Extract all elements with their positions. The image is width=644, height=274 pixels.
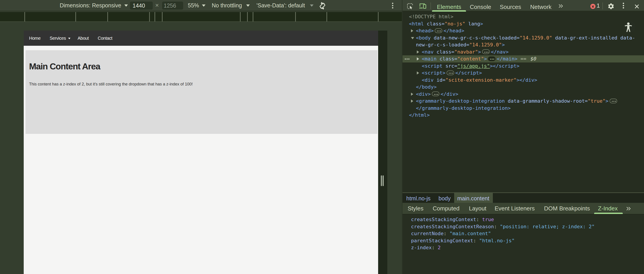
breadcrumb-main-content[interactable]: main.content [457, 193, 489, 204]
dom-tree-row[interactable]: </html> [402, 112, 644, 119]
media-query-breakpoint-divider [75, 12, 76, 21]
dom-tree-row[interactable]: <html class="no-js" lang> [402, 20, 644, 27]
dom-tree-row[interactable]: new-gr-c-s-loaded="14.1259.0"> [402, 41, 644, 48]
viewport-width-input[interactable]: 1440 [130, 1, 153, 9]
code-segment: new-gr-c-s-loaded= [416, 42, 469, 47]
expand-arrow-right-icon[interactable] [417, 57, 419, 60]
error-count[interactable]: 1 [596, 0, 600, 11]
dom-tree-row[interactable]: <div id="scite-extension-marker"></div> [402, 77, 644, 84]
code-segment: class= [440, 56, 457, 62]
code-segment: > [480, 21, 483, 26]
tab-z-index[interactable]: Z-Index [598, 203, 618, 214]
collapsed-children-ellipsis-icon[interactable] [432, 92, 440, 96]
dom-tree-row[interactable]: </body> [402, 83, 644, 91]
expand-arrow-right-icon[interactable] [411, 100, 413, 103]
code-segment: $0 [530, 56, 536, 62]
device-toolbar-more-options-icon[interactable] [392, 5, 393, 6]
viewport-height-input[interactable]: 1256 [162, 1, 183, 9]
active-sidebar-tab-underline [594, 213, 623, 214]
code-segment: </nav> [491, 49, 508, 55]
dom-tree-row[interactable]: <nav class="navbar"></nav> [402, 48, 644, 56]
code-segment: "14.1259.0" [520, 35, 552, 41]
nav-item-label: Contact [98, 36, 112, 41]
zindex-entry-key: createsStackingContext [411, 217, 476, 222]
code-segment: <!DOCTYPE html> [409, 14, 454, 19]
z-index-panel: createsStackingContext: truecreatesStack… [402, 214, 644, 274]
nav-item-about[interactable]: About [78, 30, 89, 46]
save-data-dropdown[interactable]: 'Save-Data': default [256, 0, 305, 11]
expand-arrow-right-icon[interactable] [417, 50, 419, 54]
viewport-resize-handle[interactable] [378, 30, 387, 274]
more-tabs-icon[interactable] [558, 4, 564, 8]
dimensions-dropdown[interactable]: Dimensions: Responsive [60, 0, 121, 11]
collapsed-children-ellipsis-icon[interactable] [488, 56, 496, 61]
collapsed-children-ellipsis-icon[interactable] [435, 28, 442, 33]
breadcrumb-body[interactable]: body [438, 193, 450, 204]
accessibility-person-icon[interactable] [623, 21, 636, 33]
zindex-entry-separator: : [444, 231, 450, 236]
expand-arrow-right-icon[interactable] [417, 71, 419, 75]
code-segment: > [606, 98, 608, 104]
media-query-breakpoint-divider [149, 12, 150, 21]
zindex-entry-value: true [482, 217, 494, 222]
tab-computed[interactable]: Computed [433, 203, 460, 214]
dom-tree-row[interactable]: <div></div> [402, 91, 644, 98]
error-badge-icon[interactable] [590, 4, 596, 9]
dom-tree-row-selected[interactable]: <main class="content"></main> == $0 [402, 55, 644, 62]
code-segment: == [518, 56, 529, 62]
device-toolbar-toggle-icon[interactable] [419, 3, 427, 9]
tab-layout[interactable]: Layout [469, 203, 486, 214]
tab-event-listeners[interactable]: Event Listeners [495, 203, 535, 214]
code-segment: ></script> [490, 63, 520, 69]
dom-tree-row[interactable]: <grammarly-desktop-integration data-gram… [402, 98, 644, 105]
nav-item-contact[interactable]: Contact [98, 30, 112, 46]
close-devtools-icon[interactable] [633, 3, 641, 10]
collapsed-children-ellipsis-icon[interactable] [446, 71, 454, 75]
code-segment: class= [427, 21, 444, 26]
dom-tree-row[interactable]: </grammarly-desktop-integration> [402, 105, 644, 112]
zindex-entry-value: "html.no-js" [479, 238, 515, 244]
code-segment: <html [409, 21, 427, 26]
expand-arrow-down-icon[interactable] [411, 37, 414, 39]
dom-tree-row[interactable]: <script></script> [402, 69, 644, 77]
tab-dom-breakpoints[interactable]: DOM Breakpoints [544, 203, 590, 214]
toolbar-divider [430, 2, 431, 9]
zoom-dropdown[interactable]: 55% [188, 0, 199, 11]
more-sidebar-tabs-icon[interactable] [626, 206, 631, 211]
throttling-dropdown[interactable]: No throttling [212, 0, 242, 11]
code-segment: > [502, 42, 505, 47]
collapsed-children-ellipsis-icon[interactable] [610, 99, 617, 103]
code-segment: <div [422, 77, 436, 83]
node-menu-dots-icon[interactable] [405, 58, 406, 60]
tab-console[interactable]: Console [470, 2, 491, 12]
collapsed-children-ellipsis-icon[interactable] [482, 49, 490, 54]
page-paragraph: This content has a z-index of 2, but it'… [29, 82, 193, 87]
dom-tree-row[interactable]: <body data-new-gr-c-s-check-loaded="14.1… [402, 34, 644, 41]
settings-gear-icon[interactable] [607, 3, 614, 10]
tab-sources[interactable]: Sources [500, 2, 521, 12]
tab-styles[interactable]: Styles [408, 203, 424, 214]
nav-item-services[interactable]: Services [50, 30, 70, 46]
dom-tree-row[interactable]: <head></head> [402, 27, 644, 34]
nav-item-home[interactable]: Home [29, 30, 40, 46]
inspect-element-icon[interactable] [406, 3, 414, 9]
code-segment: </grammarly-desktop-integration> [416, 105, 511, 111]
media-query-bar[interactable] [0, 12, 402, 21]
expand-arrow-right-icon[interactable] [411, 29, 413, 32]
expand-arrow-right-icon[interactable] [411, 93, 413, 96]
zindex-entry-separator: : [432, 245, 438, 250]
zindex-entry: createsStackingContext: true [402, 216, 644, 223]
code-segment: ></div> [516, 77, 537, 83]
breadcrumb-html[interactable]: html.no-js [406, 193, 430, 204]
tab-network[interactable]: Network [530, 2, 552, 12]
media-query-breakpoint-divider [240, 12, 240, 21]
rotate-viewport-icon[interactable] [318, 1, 327, 10]
dom-tree-row[interactable]: <script src="js/app.js"></script> [402, 62, 644, 70]
devtools-left-border[interactable] [402, 0, 402, 274]
devtools-more-options-icon[interactable] [623, 5, 624, 6]
zindex-entry-value: "main.content" [450, 231, 491, 236]
dom-tree-row[interactable]: <!DOCTYPE html> [402, 13, 644, 20]
dimensions-separator: × [155, 0, 159, 11]
code-segment: <script [422, 63, 446, 69]
zindex-entry-value: "position: relative; z-index: 2" [500, 224, 594, 229]
